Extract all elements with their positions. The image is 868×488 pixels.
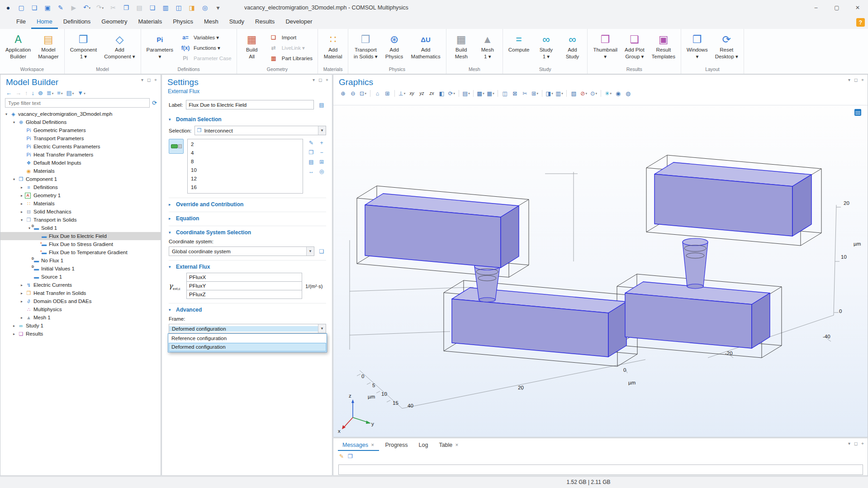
refresh-icon[interactable]: ⟳ <box>152 99 157 106</box>
move-selection-icon[interactable]: ↔ <box>307 167 316 175</box>
menu-mesh[interactable]: Mesh <box>199 16 224 29</box>
menu-home[interactable]: Home <box>31 16 58 29</box>
messages-content[interactable] <box>338 464 863 475</box>
comsol-logo-icon[interactable]: ● <box>4 3 13 12</box>
go-to-zx-view-icon[interactable]: zx <box>427 89 436 98</box>
float-panel-icon[interactable]: ◻ <box>318 77 322 83</box>
tree-item[interactable]: ▬Flux Due to Temperature Gradient <box>0 248 161 256</box>
color-theme-icon[interactable]: ▩▾ <box>476 89 485 98</box>
mirror-view-icon[interactable]: ◧ <box>437 89 446 98</box>
expander-closed-icon[interactable]: ▸ <box>19 202 25 206</box>
new-selection-icon[interactable]: ✎ <box>307 139 316 147</box>
expander-open-icon[interactable]: ▾ <box>19 218 25 222</box>
expander-closed-icon[interactable]: ▸ <box>11 332 17 336</box>
tree-item[interactable]: ▸∞Study 1 <box>0 322 161 330</box>
menu-definitions[interactable]: Definitions <box>58 16 96 29</box>
wireframe-icon[interactable]: ▥▾ <box>555 89 564 98</box>
tree-item[interactable]: ▸∷Materials <box>0 199 161 208</box>
tab-messages[interactable]: Messages✕ <box>338 441 379 451</box>
expander-closed-icon[interactable]: ▸ <box>19 185 25 190</box>
redo-icon[interactable]: ↷▾ <box>95 3 104 12</box>
compute-button[interactable]: =Compute <box>505 30 533 65</box>
zoom-to-selection-icon[interactable]: ⊞ <box>317 158 326 166</box>
domain-item[interactable]: 12 <box>188 175 303 183</box>
material-rendering-icon[interactable]: ▦▾ <box>486 89 495 98</box>
active-toggle-button[interactable] <box>169 139 184 154</box>
zoom-out-icon[interactable]: ⊖ <box>349 89 357 98</box>
menu-file[interactable]: File <box>11 16 31 29</box>
tree-item[interactable]: ▾◈vacancy_electromigration_3Dmodel.mph <box>0 110 161 118</box>
windows-button[interactable]: ❐Windows▾ <box>683 30 711 65</box>
expander-closed-icon[interactable]: ▸ <box>19 316 25 320</box>
pin-panel-icon[interactable]: ⌖ <box>861 77 864 83</box>
import-button[interactable]: ❏Import <box>268 33 313 42</box>
toolbar-overflow-icon[interactable]: ▾ <box>213 3 223 12</box>
expander-open-icon[interactable]: ▾ <box>11 120 17 124</box>
save-as-icon[interactable]: ✎ <box>56 3 65 12</box>
label-input[interactable] <box>186 100 314 109</box>
flux-y-input[interactable] <box>186 281 302 290</box>
delete-icon[interactable]: ▥ <box>161 3 170 12</box>
tree-item[interactable]: ▸↯Electric Currents <box>0 281 161 289</box>
tree-item[interactable]: PiGeometric Parameters <box>0 126 161 134</box>
coordinate-system-combo[interactable]: Global coordinate system ▼ <box>169 246 314 256</box>
parameters-button[interactable]: PiParameters▾ <box>143 30 176 65</box>
transparency-icon[interactable]: ◨▾ <box>545 89 554 98</box>
tree-item[interactable]: ❖Default Model Inputs <box>0 159 161 167</box>
tab-progress[interactable]: Progress <box>381 441 413 451</box>
tree-item[interactable]: ▾❒Component 1 <box>0 175 161 183</box>
view-direction-icon[interactable]: ⊥▾ <box>398 89 406 98</box>
tree-item[interactable]: ▾⊕Global Definitions <box>0 118 161 126</box>
panel-menu-icon[interactable]: ▾ <box>848 77 850 83</box>
tree-item[interactable]: ▸❏Results <box>0 330 161 338</box>
zoom-to-selection-icon[interactable]: ⊡▾ <box>359 89 367 98</box>
close-icon[interactable]: ✕ <box>455 443 459 447</box>
domain-item[interactable]: 4 <box>188 149 303 157</box>
remove-hiding-icon[interactable]: ⊠ <box>511 89 519 98</box>
expander-closed-icon[interactable]: ▸ <box>19 291 25 295</box>
menu-materials[interactable]: Materials <box>133 16 167 29</box>
label-edit-button[interactable]: ▤ <box>317 100 326 109</box>
menu-geometry[interactable]: Geometry <box>96 16 133 29</box>
build-mesh-button[interactable]: ▦BuildMesh <box>449 30 474 65</box>
save-icon[interactable]: ▣ <box>43 3 52 12</box>
copy-selection-icon[interactable]: ❐ <box>307 148 316 156</box>
expand-all-icon[interactable]: ≣▾ <box>47 90 53 96</box>
filter-icon[interactable]: ▼▾ <box>77 90 85 96</box>
tree-item[interactable]: ▸⊟Solid Mechanics <box>0 208 161 216</box>
add-component-button[interactable]: ◇AddComponent ▾ <box>101 30 138 65</box>
parameter-case-button[interactable]: PiParameter Case <box>180 53 232 63</box>
tree-item[interactable]: ∴Multiphysics <box>0 305 161 313</box>
add-view-icon[interactable]: ⊞▾ <box>531 89 539 98</box>
application-builder-button[interactable]: AApplicationBuilder <box>2 30 34 65</box>
copy-text-icon[interactable]: ❐ <box>348 453 353 460</box>
hide-selection-icon[interactable]: ⊘▾ <box>579 89 588 98</box>
study-1-button[interactable]: ∞Study1 ▾ <box>533 30 559 65</box>
add-to-selection-icon[interactable]: + <box>317 139 326 147</box>
remove-from-selection-icon[interactable]: − <box>317 148 326 156</box>
tree-item[interactable]: ▸∂Domain ODEs and DAEs <box>0 297 161 305</box>
panel-menu-icon[interactable]: ▾ <box>848 441 850 446</box>
add-study-button[interactable]: ∞AddStudy <box>560 30 585 65</box>
tree-filter-input[interactable] <box>5 98 150 108</box>
maximize-button[interactable]: ▢ <box>826 0 847 15</box>
print-icon[interactable]: ◍ <box>624 89 632 98</box>
panel-menu-icon[interactable]: ▾ <box>141 77 143 83</box>
section-header[interactable]: ▾ Advanced <box>169 307 326 313</box>
tree-item[interactable]: ▬DInitial Values 1 <box>0 265 161 273</box>
find-icon[interactable]: ◎ <box>200 3 209 12</box>
domain-selection-list[interactable]: 248101216 <box>187 139 303 194</box>
domain-item[interactable]: 10 <box>188 166 303 175</box>
section-header[interactable]: ▸ Override and Contribution <box>169 201 326 208</box>
zoom-extents-icon[interactable]: ⊞ <box>383 89 392 98</box>
help-button[interactable]: ? <box>856 18 865 27</box>
expander-closed-icon[interactable]: ▸ <box>19 210 25 214</box>
tree-item[interactable]: ▬Flux Due to Stress Gradient <box>0 240 161 248</box>
selection-combo[interactable]: ❒ Interconnect ▼ <box>194 126 326 135</box>
frame-option[interactable]: Deformed configuration <box>169 343 326 351</box>
show-icon[interactable]: ⊚ <box>38 90 43 96</box>
expander-closed-icon[interactable]: ▸ <box>19 283 25 287</box>
collapse-all-icon[interactable]: ≡▾ <box>57 90 62 96</box>
run-icon[interactable]: ▶ <box>69 3 78 12</box>
tree-item[interactable]: ▸≡Definitions <box>0 183 161 191</box>
